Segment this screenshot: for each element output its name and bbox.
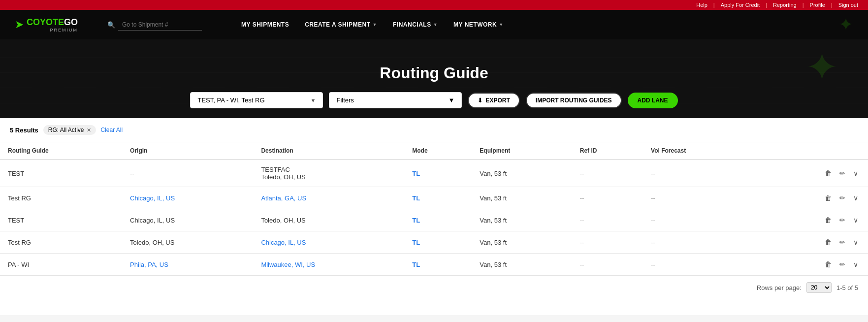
filters-chevron-icon: ▼ [449,97,455,104]
edit-button[interactable]: ✏ [837,193,847,203]
col-routing-guide: Routing Guide [0,142,122,160]
signout-link[interactable]: Sign out [838,2,858,8]
filters-select[interactable]: Filters ▼ [329,92,462,108]
cell-equipment: Van, 53 ft [472,231,572,254]
delete-button[interactable]: 🗑 [823,193,834,203]
nav-logo-bg-icon: ✦ [838,14,853,34]
cell-routing-guide: Test RG [0,231,122,254]
cell-vol-forecast: -- [643,231,753,254]
nav-create-shipment[interactable]: CREATE A SHIPMENT ▼ [305,21,377,28]
hero-section: ✦ Routing Guide TEST, PA - WI, Test RG ▼… [0,39,868,118]
routing-guide-value: TEST, PA - WI, Test RG [197,97,264,104]
nav-my-network[interactable]: MY NETWORK ▼ [453,21,504,28]
cell-ref-id: -- [572,231,643,254]
cell-routing-guide: Test RG [0,187,122,209]
col-actions [753,142,868,160]
cell-origin: Chicago, IL, US [122,209,253,231]
edit-button[interactable]: ✏ [837,237,847,247]
filters-value: Filters [336,97,354,104]
logo-premium: PREMIUM [27,28,78,32]
col-equipment: Equipment [472,142,572,160]
col-vol-forecast: Vol Forecast [643,142,753,160]
cell-equipment: Van, 53 ft [472,160,572,187]
help-link[interactable]: Help [696,2,707,8]
page-info: 1-5 of 5 [836,284,858,291]
expand-button[interactable]: ∨ [851,168,860,178]
delete-button[interactable]: 🗑 [823,168,834,178]
routing-guide-select[interactable]: TEST, PA - WI, Test RG ▼ [190,92,323,108]
pagination: Rows per page: 20 50 100 1-5 of 5 [0,276,868,299]
nav-my-shipments[interactable]: MY SHIPMENTS [241,21,289,28]
cell-ref-id: -- [572,254,643,276]
col-origin: Origin [122,142,253,160]
delete-button[interactable]: 🗑 [823,259,834,269]
cell-routing-guide: TEST [0,209,122,231]
export-button[interactable]: ⬇ EXPORT [468,93,519,108]
export-icon: ⬇ [478,97,482,104]
cell-destination: TESTFACToledo, OH, US [253,160,404,187]
cell-vol-forecast: -- [643,254,753,276]
my-network-chevron-icon: ▼ [499,22,503,27]
nav-links: MY SHIPMENTS CREATE A SHIPMENT ▼ FINANCI… [241,21,504,28]
rows-per-page-select[interactable]: 20 50 100 [806,282,832,293]
expand-button[interactable]: ∨ [851,215,860,225]
cell-mode: TL [404,209,472,231]
reporting-link[interactable]: Reporting [773,2,797,8]
cell-ref-id: -- [572,187,643,209]
col-mode: Mode [404,142,472,160]
edit-button[interactable]: ✏ [837,215,847,225]
cell-equipment: Van, 53 ft [472,209,572,231]
table-row: TEST--TESTFACToledo, OH, USTLVan, 53 ft-… [0,160,868,187]
cell-mode: TL [404,254,472,276]
profile-link[interactable]: Profile [810,2,825,8]
apply-credit-link[interactable]: Apply For Credit [721,2,760,8]
shipment-search-input[interactable] [118,19,202,31]
logo-arrow-icon: ➤ [15,18,24,31]
cell-vol-forecast: -- [643,187,753,209]
table-row: Test RGToledo, OH, USChicago, IL, USTLVa… [0,231,868,254]
nav-financials[interactable]: FINANCIALS ▼ [393,21,438,28]
cell-equipment: Van, 53 ft [472,187,572,209]
cell-origin: -- [122,160,253,187]
hero-controls: TEST, PA - WI, Test RG ▼ Filters ▼ ⬇ EXP… [190,92,677,108]
add-lane-button[interactable]: ADD LANE [628,93,678,108]
destination-line1: TESTFAC [261,166,290,173]
cell-destination[interactable]: Chicago, IL, US [253,231,404,254]
expand-button[interactable]: ∨ [851,193,860,203]
delete-button[interactable]: 🗑 [823,215,834,225]
cell-actions: 🗑 ✏ ∨ [753,209,868,231]
import-button[interactable]: IMPORT ROUTING GUIDES [526,93,622,108]
edit-button[interactable]: ✏ [837,259,847,269]
cell-actions: 🗑 ✏ ∨ [753,231,868,254]
logo-coyote: COYOTE [27,17,64,27]
active-filter-tag[interactable]: RG: All Active ✕ [43,125,96,135]
cell-ref-id: -- [572,209,643,231]
cell-origin: Toledo, OH, US [122,231,253,254]
table-row: PA - WIPhila, PA, USMilwaukee, WI, USTLV… [0,254,868,276]
expand-button[interactable]: ∨ [851,237,860,247]
table-row: TESTChicago, IL, USToledo, OH, USTLVan, … [0,209,868,231]
cell-actions: 🗑 ✏ ∨ [753,160,868,187]
logo-go: GO [64,17,78,27]
cell-actions: 🗑 ✏ ∨ [753,254,868,276]
expand-button[interactable]: ∨ [851,259,860,269]
cell-origin[interactable]: Chicago, IL, US [122,187,253,209]
cell-destination[interactable]: Atlanta, GA, US [253,187,404,209]
filter-tags-row: 5 Results RG: All Active ✕ Clear All [0,118,868,142]
cell-origin[interactable]: Phila, PA, US [122,254,253,276]
cell-mode: TL [404,160,472,187]
edit-button[interactable]: ✏ [837,168,847,178]
cell-destination[interactable]: Milwaukee, WI, US [253,254,404,276]
table-row: Test RGChicago, IL, USAtlanta, GA, USTLV… [0,187,868,209]
cell-vol-forecast: -- [643,160,753,187]
routing-guide-table: Routing Guide Origin Destination Mode Eq… [0,142,868,276]
create-shipment-chevron-icon: ▼ [373,22,377,27]
cell-ref-id: -- [572,160,643,187]
cell-actions: 🗑 ✏ ∨ [753,187,868,209]
page-title: Routing Guide [380,64,488,82]
nav-bar: ➤ COYOTEGO PREMIUM 🔍 MY SHIPMENTS CREATE… [0,10,868,39]
delete-button[interactable]: 🗑 [823,237,834,247]
clear-all-link[interactable]: Clear All [101,127,123,133]
tag-close-icon[interactable]: ✕ [87,127,91,133]
routing-guide-chevron-icon: ▼ [311,97,316,103]
